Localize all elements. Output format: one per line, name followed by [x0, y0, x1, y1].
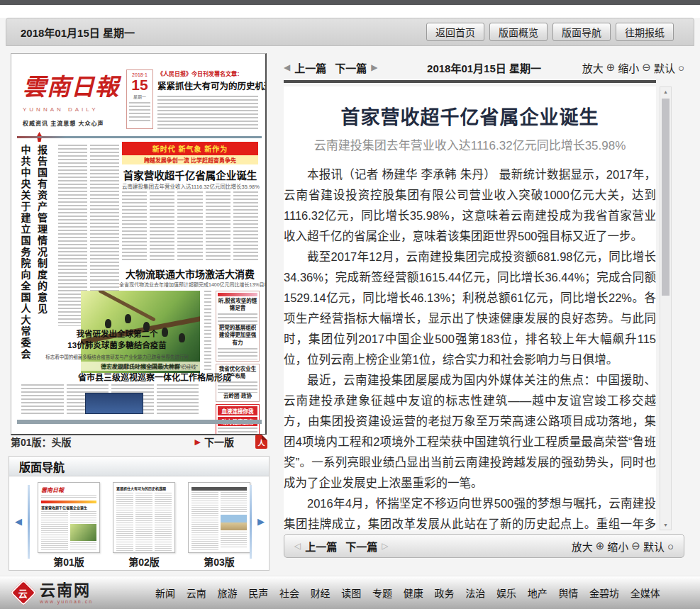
zoom-in-button[interactable]: 放大: [572, 539, 593, 554]
carousel-right-icon[interactable]: ▶: [257, 516, 265, 527]
scrollbar-down-icon[interactable]: ▼: [660, 523, 671, 527]
zoom-default-button[interactable]: 默认: [654, 60, 675, 75]
paper-headline-1-sub: 云南建投集团去年营业收入达1116.32亿元同比增长35.98%: [122, 182, 258, 190]
zoom-out-icon[interactable]: ⊖: [642, 61, 651, 74]
greeked-text: [70, 542, 97, 551]
next-page-link[interactable]: ▶ 下一版: [195, 435, 234, 449]
carousel-left-icon[interactable]: ◀: [15, 516, 22, 527]
back-home-button[interactable]: 返回首页: [426, 23, 484, 41]
masthead-english: YUNNAN DAILY: [23, 106, 122, 113]
zoom-default-icon[interactable]: ○: [678, 62, 684, 74]
zoom-out-button[interactable]: 缩小: [607, 539, 628, 554]
greeked-columns: [122, 191, 258, 262]
page-label-2[interactable]: 第02版: [113, 554, 175, 569]
viewer-bottom-nav: ◁ 上一篇 下一篇 ▷ 放大⊕ 缩小⊖ 默认○: [284, 534, 684, 558]
footer-nav-link[interactable]: 云南: [187, 586, 206, 600]
paper-headline-3-line2: 13价肺炎球菌多糖结合疫苗: [40, 340, 194, 352]
footer-nav-link[interactable]: 健康: [404, 586, 423, 600]
promo-image: [85, 393, 143, 414]
pdf-icon[interactable]: [255, 435, 267, 449]
next-arrow-icon[interactable]: ▶: [371, 62, 377, 72]
paper-headline-2-sub: 全省现代物流业去年增加值预计超额完成1400亿元同比增长13%目标: [119, 281, 261, 288]
prev-article-link[interactable]: 上一篇: [305, 539, 337, 554]
zoom-out-button[interactable]: 缩小: [618, 60, 639, 75]
page-label-1[interactable]: 第01版: [38, 554, 100, 569]
past-issues-button[interactable]: 往期报纸: [616, 23, 674, 41]
footer-nav-link[interactable]: 专题: [372, 586, 392, 600]
yunnan-logo-icon: 云: [11, 580, 37, 606]
footer-nav-link[interactable]: 政务: [435, 586, 455, 600]
footer-nav-link[interactable]: 民声: [248, 586, 268, 600]
page-navigation-button[interactable]: 版面导航: [552, 23, 611, 41]
footer-nav-link[interactable]: 法治: [465, 586, 485, 600]
sidebar-item-4: 云岭团·政协: [218, 393, 257, 400]
viewer-top-nav: ◀ 上一篇 下一篇 ▶ 2018年01月15日 星期一 放大⊕ 缩小⊖ 默认○: [284, 57, 684, 78]
footer-nav-link[interactable]: 新闻: [155, 586, 175, 600]
prev-arrow-icon[interactable]: ◀: [284, 62, 290, 72]
prev-arrow-icon[interactable]: ◁: [294, 541, 301, 551]
page-thumbnail-1[interactable]: 雲南日報 首家营收超千亿省属企业诞生: [38, 482, 100, 553]
greeked-text: [155, 493, 172, 551]
scrollbar-up-icon[interactable]: ▲: [660, 89, 671, 94]
greeked-text: [157, 96, 258, 130]
paper-date-day: 15: [129, 77, 150, 93]
footer-nav-link[interactable]: 财经: [311, 586, 330, 600]
footer-brand: 云南网: [40, 582, 93, 598]
footer-nav-link[interactable]: 读图: [341, 586, 361, 600]
footer-nav-link[interactable]: 金碧坊: [589, 586, 619, 600]
viewer-divider: [284, 80, 656, 83]
header-bar: 2018年01月15日 星期一 返回首页 版面概览 版面导航 往期报纸: [6, 18, 694, 46]
greeked-text: [135, 493, 152, 551]
next-article-link[interactable]: 下一篇: [335, 60, 367, 75]
zoom-in-button[interactable]: 放大: [582, 60, 604, 75]
sidebar-item-1: 听,脱贫攻坚的铿锵足音: [218, 298, 257, 312]
footer-nav: 新闻 云南 旅游 民声 社会 财经 读图 专题 健康 政务 法治 娱乐 地产 舆…: [155, 586, 660, 600]
site-footer: 云 云南网 www.yunnan.cn 新闻 云南 旅游 民声 社会 财经 读图…: [0, 576, 700, 609]
scrollbar-thumb[interactable]: [662, 99, 670, 296]
paper-bottom-strip: [17, 420, 262, 424]
page-thumbnail-3[interactable]: [188, 482, 250, 553]
footer-nav-link[interactable]: 娱乐: [496, 586, 516, 600]
top-strip: [0, 0, 700, 5]
zoom-controls: 放大⊕ 缩小⊖ 默认○: [572, 539, 674, 554]
zoom-out-icon[interactable]: ⊖: [631, 540, 640, 552]
promo-line-1: 血液连接你我: [218, 406, 257, 415]
zoom-default-icon[interactable]: ○: [667, 540, 674, 552]
next-arrow-icon[interactable]: ▷: [382, 541, 388, 551]
page-overview-button[interactable]: 版面概览: [489, 23, 548, 41]
sidebar-box: 听,脱贫攻坚的铿锵足音 把党的基层组织建设得更加坚强有力: [216, 291, 260, 362]
monkey-silhouette: [125, 314, 131, 323]
footer-nav-link[interactable]: 全媒体: [630, 586, 660, 600]
masthead-divider: [17, 136, 262, 138]
zoom-controls: 放大⊕ 缩小⊖ 默认○: [582, 60, 684, 75]
page-info-row: 第01版：头版 ▶ 下一版: [11, 434, 267, 449]
thumb1-masthead: 雲南日報: [41, 486, 96, 493]
footer-nav-link[interactable]: 舆情: [558, 586, 578, 600]
article-title: 首家营收超千亿省属企业诞生: [284, 102, 656, 130]
prev-article-link[interactable]: 上一篇: [294, 60, 326, 75]
top-article-kicker: 《人民日报》今日刊发署名文章：: [157, 69, 258, 77]
top-right-article: 《人民日报》今日刊发署名文章： 紧紧抓住大有可为的历史机遇期: [157, 69, 258, 133]
zoom-in-icon[interactable]: ⊕: [596, 540, 605, 552]
sidebar-ribbon: [218, 293, 257, 296]
footer-nav-link[interactable]: 社会: [279, 586, 299, 600]
greeked-text: [70, 511, 97, 523]
page-thumbnail-2[interactable]: 紧紧抓住大有可为的历史机遇期: [113, 482, 175, 553]
zoom-in-icon[interactable]: ⊕: [606, 61, 616, 74]
yunnan-net-logo[interactable]: 云 云南网 www.yunnan.cn: [14, 582, 93, 604]
zoom-default-button[interactable]: 默认: [643, 539, 665, 554]
article-scrollbar[interactable]: ▲ ▼: [660, 86, 672, 530]
greeked-text: [218, 313, 257, 325]
next-article-link[interactable]: 下一篇: [345, 539, 377, 554]
article-paragraph: 2016年4月，怀揣坚定不移迈向世界500强的梦想与嘱托，云南建投集团挂牌成立，…: [284, 493, 656, 530]
footer-nav-link[interactable]: 地产: [528, 586, 548, 600]
newspaper-masthead: 雲南日報 YUNNAN DAILY 权威资讯 主流思想 大众心声: [23, 69, 122, 127]
greeked-text: [129, 102, 150, 123]
page-label-3[interactable]: 第03版: [188, 554, 250, 569]
paper-date-week: 星期一: [129, 94, 150, 100]
next-page-arrow-icon: ▶: [195, 437, 201, 447]
thumb1-photo: [70, 524, 97, 541]
newspaper-page-image[interactable]: 雲南日報 YUNNAN DAILY 权威资讯 主流思想 大众心声 2018·1 …: [11, 53, 267, 435]
footer-nav-link[interactable]: 旅游: [217, 586, 237, 600]
greeked-text: [221, 492, 248, 513]
